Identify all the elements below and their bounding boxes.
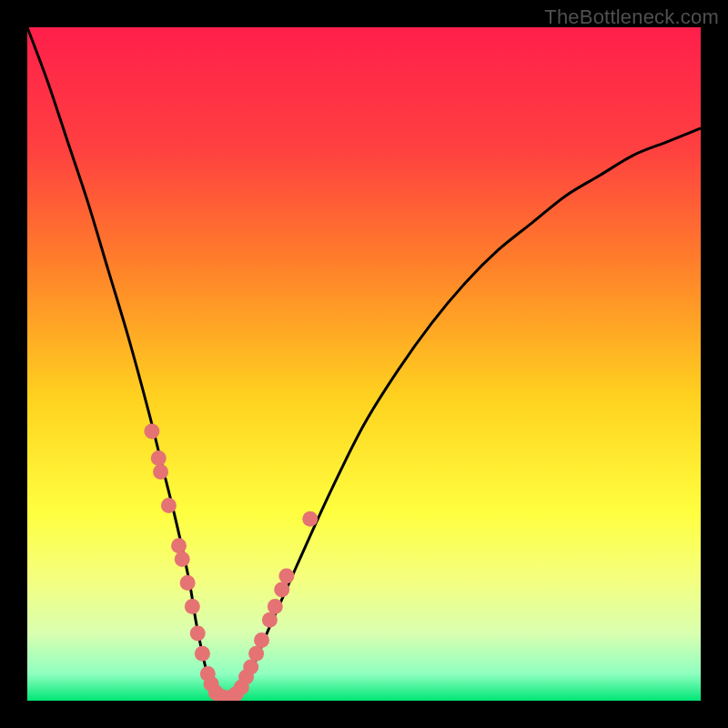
data-marker (144, 424, 159, 440)
data-marker (274, 581, 289, 597)
data-marker (175, 551, 190, 567)
data-marker (180, 575, 196, 591)
data-marker (278, 569, 294, 584)
data-marker (185, 599, 200, 614)
bottleneck-curve (27, 27, 701, 701)
data-marker (243, 660, 258, 675)
data-marker (248, 646, 264, 662)
data-marker (171, 538, 187, 553)
chart-frame: TheBottleneck.com (0, 0, 728, 728)
plot-area (27, 27, 701, 701)
data-markers (144, 424, 318, 702)
curve-layer (27, 27, 701, 701)
watermark-text: TheBottleneck.com (544, 5, 719, 29)
data-marker (153, 464, 168, 480)
data-marker (268, 599, 283, 614)
data-marker (302, 511, 318, 527)
data-marker (254, 632, 269, 648)
data-marker (190, 626, 206, 642)
data-marker (262, 612, 278, 628)
data-marker (151, 450, 167, 466)
data-marker (161, 498, 177, 513)
data-marker (195, 646, 210, 662)
